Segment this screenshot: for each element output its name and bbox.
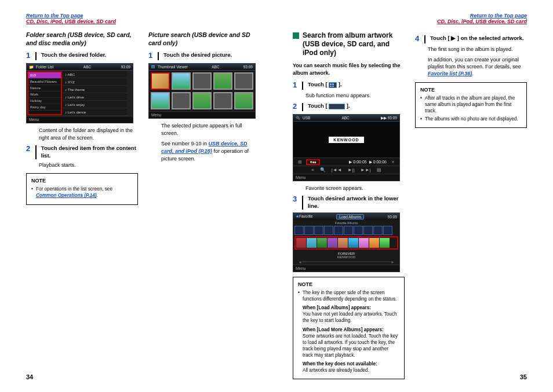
menu-bar: Menu bbox=[149, 111, 255, 118]
note-text: For operations in the list screen, see bbox=[36, 186, 112, 192]
step-1-picture: 1 Touch the desired picture. bbox=[148, 52, 260, 61]
return-top-link[interactable]: Return to the Top page bbox=[26, 13, 83, 19]
note-item: For operations in the list screen, see C… bbox=[31, 186, 133, 199]
shot-header: 🔌USB ABC ▶▶ 93:09 bbox=[293, 115, 399, 122]
album-slot bbox=[294, 226, 304, 235]
list-item: 015 bbox=[28, 72, 61, 79]
now-playing: FOREVER KENWOOD bbox=[294, 251, 398, 260]
note-item: The key in the upper side of the screen … bbox=[298, 290, 399, 302]
album-art bbox=[348, 238, 358, 248]
title-text: Search from album artwork (USB device, S… bbox=[303, 31, 405, 57]
list-item: ♪ Let's enjoy bbox=[63, 101, 127, 108]
breadcrumb-left[interactable]: CD, Disc, iPod, USB device, SD card bbox=[26, 19, 116, 24]
note-box-artwork: NOTE The key in the upper side of the sc… bbox=[293, 277, 405, 379]
shot-mid: ABC bbox=[83, 65, 91, 69]
step-text: Touch [ ]. bbox=[308, 81, 342, 89]
list-item: ♪ Let's dance bbox=[63, 108, 127, 116]
step-sub: Sub function menu appears. bbox=[305, 92, 405, 99]
list-item: Nature bbox=[28, 85, 61, 91]
play-icon: ►|| bbox=[348, 167, 355, 173]
note-subdesc: All artworks are already loaded. bbox=[298, 367, 399, 373]
shot-title: Thumbnail Viewer bbox=[158, 65, 188, 69]
step-bar bbox=[35, 145, 37, 159]
step-1-folder: 1 Touch the desired folder. bbox=[26, 52, 138, 61]
image-icon: 🖼 bbox=[151, 65, 155, 69]
section-marker-icon bbox=[293, 32, 299, 39]
favorite-strip-top bbox=[294, 226, 398, 235]
album-art bbox=[328, 238, 337, 248]
step-2-artwork: 2 Touch [ ]. bbox=[293, 102, 405, 112]
page-number-right: 35 bbox=[520, 373, 527, 380]
list-icon: ▤ bbox=[377, 167, 381, 173]
player-screenshot: 🔌USB ABC ▶▶ 93:09 KENWOOD ▤ ❖■■ ▶ 0:00:0… bbox=[293, 114, 400, 181]
album-art bbox=[380, 238, 390, 248]
return-top-link[interactable]: Return to the Top page bbox=[470, 13, 527, 19]
text: ]. bbox=[337, 81, 341, 87]
page-left: Return to the Top page CD, Disc, iPod, U… bbox=[0, 0, 276, 392]
list-item: ♪ The theme bbox=[63, 86, 127, 93]
manual-spread: Return to the Top page CD, Disc, iPod, U… bbox=[0, 0, 553, 392]
time-b: ▶ 0:00:06 bbox=[369, 160, 387, 164]
shot-mid: ABC bbox=[212, 65, 219, 69]
player-body: KENWOOD ▤ ❖■■ ▶ 0:00:05 ▶ 0:00:06 ✕ « bbox=[293, 122, 399, 174]
progress-row: ◄ ► bbox=[294, 260, 398, 263]
album-art bbox=[296, 238, 306, 248]
breadcrumb-right[interactable]: CD, Disc, iPod, USB device, SD card bbox=[437, 19, 527, 24]
control-row-2: « 🔍 |◄◄ ►|| ►►| ▤ bbox=[293, 166, 399, 174]
folder-list-screenshot: 📁Folder List ABC 93:09 015 Beautiful Flo… bbox=[26, 63, 133, 123]
album-art bbox=[369, 238, 379, 248]
album-slot bbox=[314, 226, 323, 235]
step-sub: Playback starts. bbox=[39, 162, 138, 168]
note-subhead: When [Load Albums] appears: bbox=[298, 305, 399, 311]
back-icon: « bbox=[311, 167, 314, 173]
step-text: Touch desired item from the content list… bbox=[41, 145, 138, 160]
step-bar bbox=[424, 35, 425, 43]
favorite-list-link[interactable]: Favorite list (P.36) bbox=[428, 71, 472, 76]
text: . bbox=[472, 71, 474, 76]
note-box-step4: NOTE After all tracks in the album are p… bbox=[415, 82, 527, 128]
step-4-artwork: 4 Touch [ ▶ ] on the selected artwork. bbox=[415, 35, 527, 44]
album-slot bbox=[363, 226, 373, 235]
note-subhead: When [Load More Albums] appears: bbox=[298, 327, 399, 333]
step-num: 2 bbox=[293, 102, 299, 110]
step-2-folder: 2 Touch desired item from the content li… bbox=[26, 145, 138, 160]
list-item: ♪ ABC bbox=[63, 71, 127, 78]
list-item: Rainy day bbox=[28, 104, 61, 111]
next-icon: ►►| bbox=[361, 167, 371, 173]
album-slot bbox=[334, 226, 343, 235]
note-title: NOTE bbox=[31, 177, 133, 184]
thumbnail-screenshot: 🖼Thumbnail Viewer ABC 93:09 bbox=[148, 63, 256, 119]
picture-body-2: See number 9-10 in USB device, SD card, … bbox=[161, 140, 260, 162]
picture-search-column: Picture search (USB device and SD card o… bbox=[148, 31, 260, 210]
progress-bar bbox=[302, 261, 391, 262]
left-columns: Folder search (USB device, SD card, and … bbox=[26, 31, 260, 210]
page-number-left: 34 bbox=[26, 373, 33, 380]
list-item: Holiday bbox=[28, 98, 61, 104]
artwork-area: KENWOOD bbox=[293, 122, 399, 157]
common-operations-link[interactable]: Common Operations (P.14) bbox=[36, 193, 97, 198]
step-num: 1 bbox=[26, 52, 32, 59]
subfunction-icon bbox=[329, 82, 337, 88]
step-bar bbox=[35, 52, 37, 60]
text: ]. bbox=[345, 102, 350, 109]
thumbnail bbox=[172, 92, 191, 109]
note-title: NOTE bbox=[420, 86, 522, 93]
album-slot bbox=[373, 226, 383, 235]
text: In addition, you can create your origina… bbox=[428, 57, 521, 69]
folder-search-column: Folder search (USB device, SD card, and … bbox=[26, 31, 138, 210]
shot-header: 📁Folder List ABC 93:09 bbox=[27, 64, 133, 71]
step-text: Touch [ ]. bbox=[308, 102, 350, 110]
step-text: Touch the desired folder. bbox=[41, 52, 106, 59]
top-links-right: Return to the Top page CD, Disc, iPod, U… bbox=[293, 13, 527, 24]
usb-icon: 🔌 bbox=[296, 116, 300, 120]
folder-body-text: Content of the folder are displayed in t… bbox=[39, 127, 138, 141]
text: ] on the selected artwork. bbox=[456, 35, 523, 41]
folder-body: 015 Beautiful Flowers Nature Work Holida… bbox=[27, 71, 133, 116]
shot-title: USB bbox=[303, 116, 310, 120]
page-right: Return to the Top page CD, Disc, iPod, U… bbox=[276, 0, 553, 392]
step-num: 2 bbox=[26, 145, 32, 152]
shot-header: ★Favorite Load Albums 93:09 bbox=[293, 213, 399, 220]
album-slot bbox=[344, 226, 353, 235]
step4-sub2: In addition, you can create your origina… bbox=[428, 56, 527, 77]
artwork-search-title: Search from album artwork (USB device, S… bbox=[293, 31, 405, 57]
